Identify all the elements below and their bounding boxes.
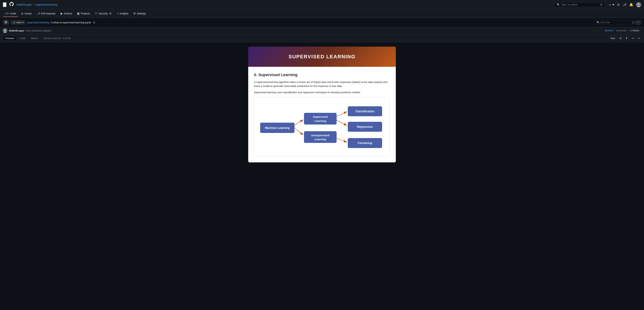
goto-file-kbd: t [632,21,635,24]
supervised-learning-box [304,113,336,124]
svg-rect-5 [5,23,7,23]
regression-label: Regression [357,125,373,128]
projects-nav-icon: ▦ [77,12,80,15]
file-toolbar: Preview Code Blame 123 lines (123 loc) ·… [0,34,644,42]
search-placeholder-text: Type / to search [561,3,599,6]
section-title: 0. Supervised Learning [254,72,390,77]
nav-label-security: Security [99,12,108,15]
commit-bar: DidierRLopes intro notebooks updated 34c… [0,27,644,34]
supervised-learning-label-2: Learning [314,120,326,122]
file-info: 123 lines (123 loc) · 4.31 KB [43,37,70,40]
reponame-link[interactable]: supervised-learning [36,3,58,6]
insights-nav-icon: ≈ [117,12,118,15]
unsupervised-learning-label-1: Unsupervised [311,134,330,137]
github-logo [9,2,14,8]
machine-learning-label: Machine Learning [265,126,290,130]
global-search-bar[interactable]: 🔍 Type / to search / [554,2,605,7]
unsupervised-learning-label-2: Learning [314,138,326,141]
unsupervised-learning-box [304,131,336,143]
file-toolbar-right: Raw ⧉ ⬇ ✏ ▾ [609,36,641,41]
pr-nav-icon: ⎇ [37,12,40,15]
arrow-supervised-to-regression [336,120,346,125]
nav-item-settings[interactable]: ⚙ Settings [131,10,148,17]
tab-blame[interactable]: Blame [28,36,40,40]
tab-preview[interactable]: Preview [3,36,16,41]
repo-navbar: </> Code ◎ Issues ⎇ Pull requests ▶ Acti… [0,9,644,18]
svg-point-7 [4,29,6,31]
commit-message: intro notebooks updated [26,29,51,32]
raw-button[interactable]: Raw [609,36,617,40]
repo-path: DidierRLopes / supervised-learning [16,3,58,6]
goto-search-icon: 🔍 [597,21,600,24]
nav-item-security[interactable]: 🛡 Security 6 [93,10,114,17]
more-actions-button[interactable]: ▾ [636,36,641,40]
branch-selector[interactable]: ⎇ main ▾ [10,20,26,25]
nav-item-insights[interactable]: ≈ Insights [115,10,130,17]
pull-requests-icon-button[interactable]: ⎇ [622,3,626,7]
breadcrumb-repo-link[interactable]: supervised-learning [27,21,49,24]
classification-label: Classification [356,110,374,113]
arrow-unsupervised-to-clustering [336,138,346,142]
svg-rect-4 [5,22,7,22]
user-avatar[interactable] [636,2,641,7]
add-new-button[interactable]: ＋ ▾ [608,2,614,7]
username-link[interactable]: DidierRLopes [16,3,32,6]
code-nav-icon: </> [5,12,9,15]
nav-item-pull-requests[interactable]: ⎇ Pull requests [35,10,58,17]
edit-file-button[interactable]: ✏ [630,36,636,40]
history-icon: ◷ [630,29,632,32]
clustering-label: Clustering [358,142,372,145]
copy-path-button[interactable]: ⧉ [93,21,95,24]
breadcrumb-file: 0-what-is-supervised-learning.ipynb [51,21,91,24]
nav-item-actions[interactable]: ▶ Actions [58,10,74,17]
goto-file-field[interactable] [600,21,631,24]
nav-item-projects[interactable]: ▦ Projects [75,10,92,17]
ml-diagram: Machine Learning Supervised Learning Uns… [258,104,386,149]
branch-dropdown-icon: ▾ [22,21,24,24]
notebook-content: SUPERVISED LEARNING 0. Supervised Learni… [248,47,396,162]
notebook-wrapper: SUPERVISED LEARNING 0. Supervised Learni… [0,42,644,167]
history-label: History [632,29,639,32]
nav-label-actions: Actions [64,12,72,15]
file-header-more-button[interactable]: ⋯ [635,20,641,25]
file-header-bar: ⎇ main ▾ supervised-learning / 0-what-is… [0,18,644,27]
nav-item-code[interactable]: </> Code [3,10,18,17]
paragraph-1: A supervised learning algorithm takes a … [254,80,390,88]
download-button[interactable]: ⬇ [624,36,629,40]
security-badge: 6 [109,12,112,15]
commit-author-avatar[interactable] [3,28,7,33]
nav-label-issues: Issues [24,12,32,15]
nav-label-code: Code [10,12,16,15]
hamburger-menu-button[interactable]: ☰ [3,2,6,7]
git-branch-icon: ⎇ [12,21,15,24]
settings-nav-icon: ⚙ [133,12,136,15]
notifications-icon-button[interactable]: 🔔 [629,3,633,7]
tab-code[interactable]: Code [17,36,28,40]
breadcrumb: supervised-learning / 0-what-is-supervis… [27,21,91,24]
commit-meta: 34c4ce6 · last month ◷ History [605,28,641,33]
sidebar-toggle-button[interactable] [3,20,9,25]
branch-name: main [16,21,21,24]
search-kbd: / [600,4,602,6]
supervised-learning-label-1: Supervised [313,116,328,118]
diagram-container: Machine Learning Supervised Learning Uns… [254,97,390,156]
topnav-right-icons: ＋ ▾ ⊙ ⎇ 🔔 [608,2,641,7]
commit-sha-link[interactable]: 34c4ce6 [605,29,613,32]
history-button[interactable]: ◷ History [628,28,641,33]
arrow-ml-to-unsupervised [294,128,303,135]
nav-label-projects: Projects [81,12,90,15]
issues-nav-icon: ◎ [21,12,24,15]
nav-label-pr: Pull requests [41,12,56,15]
search-icon: 🔍 [557,3,560,6]
nav-label-insights: Insights [120,12,128,15]
copy-content-button[interactable]: ⧉ [618,36,623,41]
arrow-supervised-to-classification [336,112,346,117]
notebook-body: 0. Supervised Learning A supervised lear… [248,67,396,162]
security-nav-icon: 🛡 [95,12,98,15]
nav-item-issues[interactable]: ◎ Issues [19,10,34,17]
commit-author-name[interactable]: DidierRLopes [9,29,24,32]
svg-point-1 [638,3,640,5]
top-navbar: ☰ DidierRLopes / supervised-learning 🔍 T… [0,0,644,9]
issues-icon-button[interactable]: ⊙ [617,3,620,7]
goto-file-input[interactable]: 🔍 t [594,20,634,25]
